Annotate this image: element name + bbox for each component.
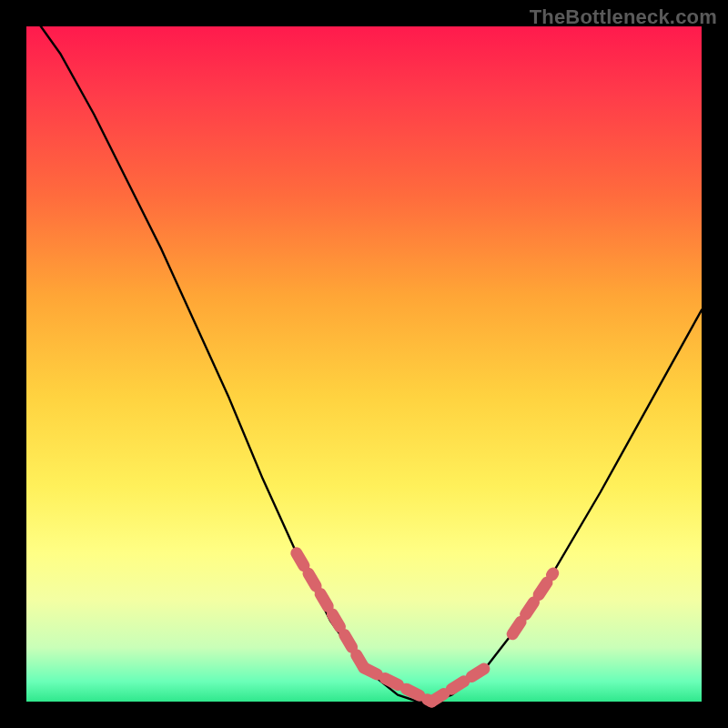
highlight-seg-3 — [512, 573, 553, 634]
plot-area — [26, 26, 702, 702]
highlight-group — [297, 553, 553, 702]
bottleneck-curve-path — [26, 6, 702, 702]
highlight-seg-2 — [431, 668, 485, 702]
curve-svg — [26, 26, 702, 702]
chart-frame: TheBottleneck.com — [0, 0, 728, 728]
highlight-seg-1 — [364, 668, 431, 702]
highlight-seg-0 — [297, 553, 364, 668]
